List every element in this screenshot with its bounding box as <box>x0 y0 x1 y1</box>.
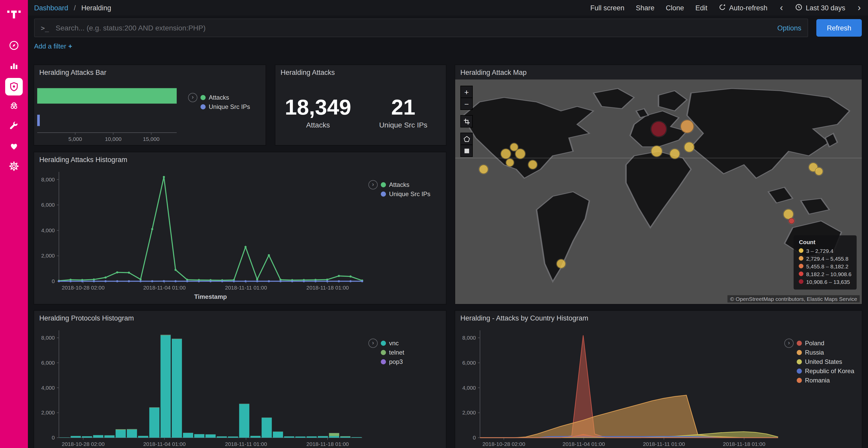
bar-segment <box>70 436 81 438</box>
series-point <box>303 280 305 282</box>
map-point[interactable] <box>651 121 666 137</box>
y-axis-tick-label: 8,000 <box>41 176 55 182</box>
map-point[interactable] <box>515 148 525 159</box>
legend-item[interactable]: Poland <box>797 339 854 348</box>
legend-item[interactable]: Unique Src IPs <box>381 189 430 199</box>
attacks-histogram-chart[interactable]: 02,0004,0006,0008,0002018-10-28 02:00201… <box>34 167 368 304</box>
legend-toggle-icon[interactable]: › <box>368 180 378 189</box>
zoom-in-button[interactable]: + <box>460 86 473 98</box>
series-point <box>116 280 118 282</box>
x-axis-title: Timestamp <box>194 293 227 300</box>
map-point[interactable] <box>815 168 823 176</box>
series-point <box>175 280 177 282</box>
map-point[interactable] <box>670 148 680 159</box>
map-point[interactable] <box>788 218 795 224</box>
legend-dot <box>200 104 206 109</box>
map-point[interactable] <box>479 165 488 174</box>
fullscreen-button[interactable]: Full screen <box>590 4 624 12</box>
breadcrumb-dashboard-link[interactable]: Dashboard <box>34 4 68 12</box>
legend-item[interactable]: Attacks <box>381 180 430 189</box>
time-forward-chevron[interactable]: › <box>857 3 862 12</box>
share-button[interactable]: Share <box>636 4 654 12</box>
attack-map[interactable]: + − <box>455 79 862 304</box>
country-histogram-chart[interactable]: 02,0004,0006,0008,0002018-10-28 02:00201… <box>455 325 784 448</box>
x-axis-tick-label: 10,000 <box>105 136 121 142</box>
draw-polygon-button[interactable] <box>460 133 473 145</box>
draw-rect-button[interactable] <box>460 144 473 157</box>
query-prompt-icon: >_ <box>41 24 49 32</box>
legend-item[interactable]: United States <box>797 357 854 367</box>
sidebar-item-1[interactable] <box>0 36 28 56</box>
auto-refresh-button[interactable]: Auto-refresh <box>719 3 768 12</box>
x-axis-tick-label: 5,000 <box>68 136 82 142</box>
x-axis-tick-label: 2018-11-18 01:00 <box>306 441 349 447</box>
series-point <box>338 280 340 282</box>
sidebar-item-4[interactable] <box>0 97 28 117</box>
zoom-out-button[interactable]: − <box>460 98 473 110</box>
series-point <box>338 275 340 277</box>
map-point[interactable] <box>501 148 511 159</box>
legend-label: Republic of Korea <box>805 368 854 375</box>
legend-toggle-icon[interactable]: › <box>784 339 794 348</box>
compass-icon <box>8 39 20 53</box>
sidebar-item-7[interactable] <box>0 157 28 177</box>
sidebar-item-5[interactable] <box>0 117 28 137</box>
tpot-kibana-dashboard: Dashboard / Heralding Full screen Share … <box>0 0 868 448</box>
nav-actions: Full screen Share Clone Edit Auto-refres… <box>590 3 862 12</box>
bar-segment <box>217 436 227 438</box>
sidebar-item-6[interactable] <box>0 137 28 157</box>
legend-label: pop3 <box>389 358 403 366</box>
legend-item[interactable]: pop3 <box>381 357 404 367</box>
legend-item[interactable]: vnc <box>381 339 404 348</box>
map-point[interactable] <box>684 142 694 152</box>
clone-button[interactable]: Clone <box>666 4 684 12</box>
series-point <box>128 272 130 274</box>
bar-chart-icon <box>8 60 20 73</box>
x-axis-tick-label: 2018-11-18 01:00 <box>723 441 765 447</box>
x-axis-tick-label: 2018-10-28 02:00 <box>62 441 104 447</box>
bar <box>37 115 40 126</box>
map-point[interactable] <box>556 259 565 268</box>
options-link[interactable]: Options <box>777 24 801 32</box>
sidebar-item-2[interactable] <box>0 56 28 76</box>
legend-item[interactable]: Unique Src IPs <box>200 102 250 111</box>
x-axis-tick-label: 2018-11-11 01:00 <box>643 441 685 447</box>
y-axis-tick-label: 0 <box>473 435 476 441</box>
bar-segment <box>340 437 350 438</box>
refresh-button[interactable]: Refresh <box>816 19 862 37</box>
legend-toggle-icon[interactable]: › <box>188 93 197 102</box>
time-range-button[interactable]: Last 30 days <box>796 3 845 12</box>
bar-segment <box>104 435 115 436</box>
search-input[interactable] <box>55 23 772 33</box>
map-point[interactable] <box>506 159 514 167</box>
panel-title: Heralding Attacks Histogram <box>34 152 446 167</box>
legend-item[interactable]: Republic of Korea <box>797 367 854 376</box>
legend-item[interactable]: telnet <box>381 348 404 357</box>
search-bar[interactable]: >_ Options <box>34 19 808 37</box>
sidebar-item-3-active[interactable] <box>0 76 28 97</box>
legend-dot <box>797 378 802 383</box>
bar-segment <box>93 435 103 438</box>
bar-segment <box>104 435 115 438</box>
protocols-histogram-chart[interactable]: 02,0004,0006,0008,0002018-10-28 02:00201… <box>34 325 368 448</box>
attacks-bar-chart[interactable]: 5,00010,00015,000 <box>34 79 188 145</box>
series-point <box>186 280 188 282</box>
fit-bounds-button[interactable] <box>460 115 473 128</box>
time-back-chevron[interactable]: ‹ <box>779 3 784 12</box>
legend-label: Unique Src IPs <box>209 103 250 110</box>
legend-item[interactable]: Russia <box>797 348 854 357</box>
legend-item[interactable]: Romania <box>797 376 854 385</box>
edit-button[interactable]: Edit <box>695 4 708 12</box>
legend-toggle-icon[interactable]: › <box>368 339 378 348</box>
series-point <box>58 280 60 282</box>
y-axis-tick-label: 2,000 <box>462 410 476 415</box>
map-point[interactable] <box>651 145 662 157</box>
map-point[interactable] <box>680 120 693 133</box>
map-point[interactable] <box>528 160 537 170</box>
bar-segment <box>183 433 193 438</box>
telekom-logo[interactable] <box>0 0 28 28</box>
legend-item[interactable]: Attacks <box>200 93 250 102</box>
series-point <box>81 280 83 282</box>
add-filter-link[interactable]: Add a filter+ <box>34 42 72 50</box>
legend: AttacksUnique Src IPs <box>381 180 430 199</box>
